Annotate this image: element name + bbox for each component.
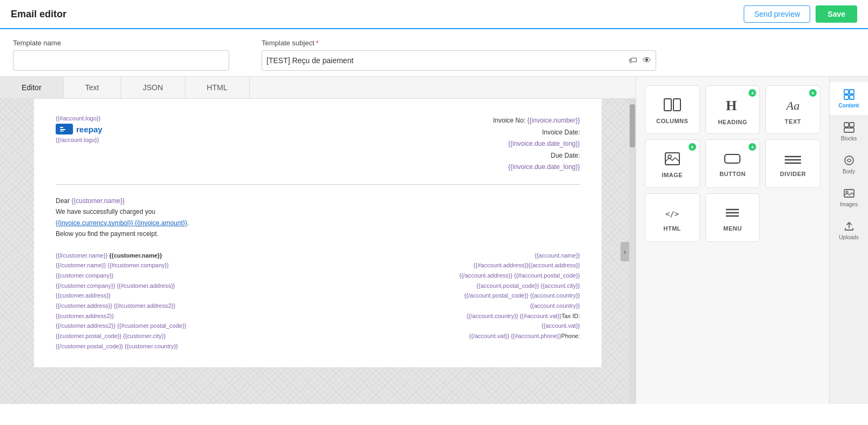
scrollbar-thumb[interactable] bbox=[630, 104, 635, 147]
svg-text:H: H bbox=[726, 98, 737, 112]
heading-add-badge: + bbox=[749, 89, 756, 97]
company-name: reepay bbox=[76, 125, 102, 134]
button-label: BUTTON bbox=[719, 171, 746, 177]
image-label: IMAGE bbox=[662, 172, 683, 178]
body-line3: Below you find the payment receipt. bbox=[56, 228, 580, 239]
svg-rect-4 bbox=[664, 99, 671, 111]
button-block-icon bbox=[724, 153, 740, 167]
blocks-row-3: </> HTML MENU bbox=[645, 193, 820, 242]
tab-html[interactable]: HTML bbox=[185, 77, 250, 98]
panel-sidebar: Content Blocks Body bbox=[829, 77, 868, 404]
template-subject-group: Template subject* 🏷 👁 bbox=[262, 39, 855, 71]
scrollbar-track[interactable] bbox=[629, 99, 636, 404]
block-columns[interactable]: COLUMNS bbox=[645, 85, 700, 134]
svg-rect-18 bbox=[844, 90, 849, 94]
columns-block-icon bbox=[664, 98, 681, 114]
invoice-no-line: Invoice No: {{invoice.number}} bbox=[493, 115, 580, 127]
svg-rect-1 bbox=[60, 127, 63, 128]
canvas-wrapper: {{#account.logo}} bbox=[0, 99, 636, 404]
address-row: {{#customer.name}} {{customer.name}} {{/… bbox=[56, 251, 580, 352]
due-date-line: Due Date:{{invoice.due.date_long}} bbox=[493, 150, 580, 173]
logo-var-start: {{#account.logo}} bbox=[56, 115, 102, 122]
blocks-row-2: + IMAGE + bbox=[645, 139, 820, 188]
svg-text:</>: </> bbox=[665, 210, 679, 218]
block-divider[interactable]: DIVIDER bbox=[765, 139, 820, 188]
svg-rect-2 bbox=[60, 129, 65, 130]
subject-icons: 🏷 👁 bbox=[629, 56, 651, 65]
block-image[interactable]: + IMAGE bbox=[645, 139, 700, 188]
svg-rect-5 bbox=[673, 99, 680, 111]
heading-label: HEADING bbox=[718, 119, 747, 125]
template-name-input[interactable] bbox=[13, 50, 229, 71]
editor-area: Editor Text JSON HTML {{#account.logo}} bbox=[0, 76, 868, 404]
body-line1: We have successfully charged you bbox=[56, 206, 580, 217]
svg-rect-20 bbox=[844, 95, 849, 99]
panel-content: COLUMNS + H HEADING + bbox=[636, 77, 829, 404]
top-bar-actions: Send preview Save bbox=[744, 5, 857, 23]
columns-label: COLUMNS bbox=[656, 118, 688, 124]
eye-icon[interactable]: 👁 bbox=[643, 56, 651, 65]
block-heading[interactable]: + H HEADING bbox=[705, 85, 760, 134]
logo-area: {{#account.logo}} bbox=[56, 115, 102, 143]
body-line2: {{invoice.currency.symbol}} {{invoice.am… bbox=[56, 218, 580, 228]
logo-icon bbox=[56, 124, 73, 134]
svg-rect-8 bbox=[665, 153, 679, 165]
svg-point-9 bbox=[668, 155, 671, 158]
divider-label: DIVIDER bbox=[780, 171, 806, 177]
button-add-badge: + bbox=[749, 143, 756, 151]
block-html[interactable]: </> HTML bbox=[645, 193, 700, 242]
block-menu[interactable]: MENU bbox=[705, 193, 760, 242]
svg-rect-21 bbox=[850, 95, 854, 99]
tab-editor[interactable]: Editor bbox=[0, 77, 64, 98]
menu-block-icon bbox=[725, 207, 740, 222]
template-subject-wrapper: 🏷 👁 bbox=[262, 50, 656, 71]
template-subject-input[interactable] bbox=[266, 56, 629, 65]
svg-rect-22 bbox=[844, 123, 849, 127]
logo-img-row: reepay bbox=[56, 124, 102, 134]
canvas-inner: {{#account.logo}} bbox=[0, 99, 636, 404]
text-add-badge: + bbox=[809, 89, 817, 97]
sidebar-uploads-btn[interactable]: Uploads bbox=[830, 214, 869, 247]
template-subject-label: Template subject* bbox=[262, 39, 855, 47]
html-label: HTML bbox=[664, 225, 682, 232]
sidebar-content-btn[interactable]: Content bbox=[830, 82, 869, 115]
text-block-icon: Aa bbox=[785, 98, 800, 115]
block-button[interactable]: + BUTTON bbox=[705, 139, 760, 188]
sidebar-blocks-btn[interactable]: Blocks bbox=[830, 115, 869, 148]
blocks-row-1: COLUMNS + H HEADING + bbox=[645, 85, 820, 134]
image-add-badge: + bbox=[689, 143, 696, 151]
sidebar-images-btn[interactable]: Images bbox=[830, 181, 869, 214]
svg-rect-23 bbox=[850, 123, 854, 127]
image-block-icon bbox=[665, 152, 680, 168]
svg-rect-10 bbox=[725, 154, 740, 163]
tabs-and-canvas: Editor Text JSON HTML {{#account.logo}} bbox=[0, 77, 636, 404]
page-title: Email editor bbox=[11, 9, 66, 20]
svg-point-25 bbox=[845, 156, 853, 165]
html-block-icon: </> bbox=[665, 207, 680, 222]
heading-block-icon: H bbox=[725, 97, 740, 116]
sidebar-body-btn[interactable]: Body bbox=[830, 148, 869, 181]
save-button[interactable]: Save bbox=[816, 5, 857, 23]
block-text[interactable]: + Aa TEXT bbox=[765, 85, 820, 134]
email-header: {{#account.logo}} bbox=[56, 115, 580, 185]
fields-row: Template name Template subject* 🏷 👁 bbox=[0, 29, 868, 76]
svg-text:Aa: Aa bbox=[785, 99, 799, 112]
tabs: Editor Text JSON HTML bbox=[0, 77, 636, 99]
toggle-panel-button[interactable]: › bbox=[620, 242, 629, 261]
tag-icon[interactable]: 🏷 bbox=[629, 56, 637, 65]
divider-block-icon bbox=[785, 153, 801, 167]
invoice-info: Invoice No: {{invoice.number}} Invoice D… bbox=[493, 115, 580, 173]
tab-text[interactable]: Text bbox=[64, 77, 122, 98]
template-name-label: Template name bbox=[13, 39, 245, 47]
logo-var-end: {{/account.logo}} bbox=[56, 137, 102, 143]
svg-rect-3 bbox=[60, 131, 64, 132]
email-content-area: Dear {{customer.name}} We have successfu… bbox=[56, 195, 580, 351]
send-preview-button[interactable]: Send preview bbox=[744, 5, 810, 23]
invoice-date-line: Invoice Date:{{invoice.due.date_long}} bbox=[493, 127, 580, 150]
greeting-line: Dear {{customer.name}} bbox=[56, 195, 580, 206]
svg-rect-24 bbox=[844, 128, 854, 132]
text-label: TEXT bbox=[785, 118, 801, 125]
customer-address: {{#customer.name}} {{customer.name}} {{/… bbox=[56, 251, 318, 352]
account-address: {{account.name}} {{#account.address}}{{a… bbox=[318, 251, 580, 352]
tab-json[interactable]: JSON bbox=[121, 77, 185, 98]
